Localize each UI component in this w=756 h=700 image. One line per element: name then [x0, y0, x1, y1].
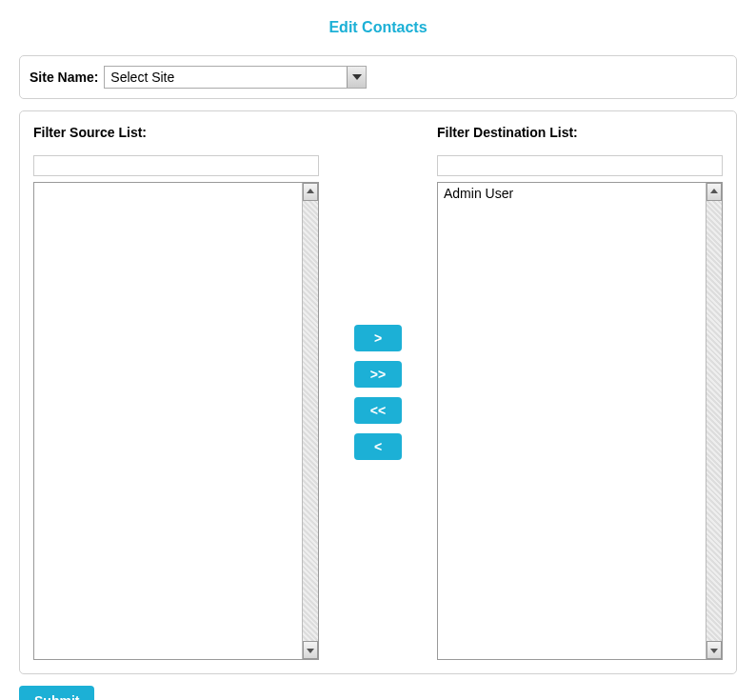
- site-name-select[interactable]: Select Site: [104, 66, 367, 89]
- site-select-wrap: Select Site: [104, 66, 367, 89]
- move-right-button[interactable]: >: [354, 325, 402, 351]
- scrollbar[interactable]: [706, 183, 722, 659]
- site-name-label: Site Name:: [30, 70, 98, 85]
- destination-listbox[interactable]: Admin User: [438, 183, 706, 659]
- destination-listbox-wrap: Admin User: [437, 182, 723, 660]
- move-all-right-button[interactable]: >>: [354, 361, 402, 388]
- scroll-down-icon: [307, 649, 314, 653]
- transfer-controls: > >> << <: [354, 111, 402, 673]
- destination-filter-input[interactable]: [437, 155, 723, 176]
- destination-column: Filter Destination List: Admin User: [437, 125, 723, 660]
- destination-label: Filter Destination List:: [437, 125, 723, 140]
- source-label: Filter Source List:: [33, 125, 319, 140]
- site-selector-row: Site Name: Select Site: [19, 55, 737, 99]
- page-title: Edit Contacts: [19, 19, 737, 36]
- submit-button[interactable]: Submit: [19, 686, 94, 700]
- source-listbox-wrap: [33, 182, 319, 660]
- source-listbox[interactable]: [34, 183, 302, 659]
- source-column: Filter Source List:: [33, 125, 319, 660]
- move-left-button[interactable]: <: [354, 433, 402, 460]
- scrollbar[interactable]: [302, 183, 318, 659]
- scroll-up-icon: [710, 189, 718, 193]
- move-all-left-button[interactable]: <<: [354, 397, 402, 424]
- source-filter-input[interactable]: [33, 155, 319, 176]
- lists-panel: Filter Source List: > >> << < Filter Des…: [19, 110, 737, 674]
- scroll-down-icon: [710, 649, 718, 653]
- list-item[interactable]: Admin User: [442, 185, 702, 202]
- scroll-up-icon: [307, 189, 314, 193]
